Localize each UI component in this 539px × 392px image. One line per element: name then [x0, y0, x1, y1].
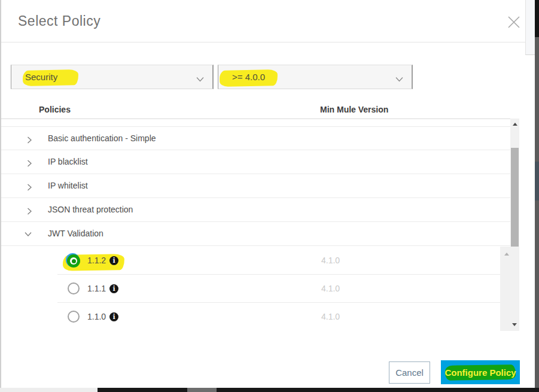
header-divider	[0, 42, 535, 42]
policy-row[interactable]: IP whitelist	[0, 174, 510, 198]
close-button[interactable]	[505, 14, 522, 31]
chevron-right-icon[interactable]	[26, 206, 33, 214]
min-mule-version-value: 4.1.0	[321, 303, 340, 330]
scroll-up-icon[interactable]	[513, 123, 517, 126]
horizontal-scrollbar-thumb[interactable]	[187, 388, 217, 392]
modal-left-border	[0, 0, 1, 388]
min-mule-version-value: 4.1.0	[321, 275, 340, 302]
version-radio-button[interactable]	[68, 282, 80, 294]
version-label: 1.1.1	[87, 275, 106, 302]
policy-name: Basic authentication - Simple	[48, 127, 156, 150]
horizontal-scrollbar[interactable]	[0, 388, 539, 392]
window-scrollbar-top	[535, 0, 539, 37]
version-radio-button[interactable]	[68, 311, 80, 323]
outer-scrollbar-thumb[interactable]	[511, 148, 519, 247]
cancel-button[interactable]: Cancel	[389, 361, 430, 384]
info-icon[interactable]: i	[109, 284, 118, 293]
chevron-right-icon[interactable]	[26, 159, 33, 166]
cancel-button-label: Cancel	[395, 367, 424, 378]
policy-name: IP whitelist	[48, 174, 88, 197]
policy-name: JWT Validation	[48, 222, 103, 245]
scroll-down-icon[interactable]	[512, 323, 517, 326]
policy-row[interactable]: JSON threat protection	[0, 198, 510, 222]
configure-policy-button-label: Configure Policy	[444, 367, 516, 378]
category-select-value: Security	[25, 72, 57, 82]
page-background-strip	[525, 0, 535, 55]
min-mule-version-value: 4.1.0	[321, 247, 340, 274]
policy-version-row[interactable]: 1.1.0 i 4.1.0	[0, 303, 519, 331]
policy-name: IP blacklist	[48, 150, 88, 174]
versions-panel: 1.1.2 i 4.1.0 1.1.1 i 4.1.0 1.1.0 i 4.1.…	[0, 247, 519, 331]
chevron-down-icon	[196, 74, 204, 84]
version-label: 1.1.0	[87, 303, 106, 330]
version-select-value: >= 4.0.0	[232, 72, 265, 82]
version-radio-button-selected[interactable]	[66, 253, 80, 268]
chevron-down-icon	[395, 74, 403, 84]
table-header-divider	[0, 118, 519, 119]
info-icon[interactable]: i	[109, 256, 118, 265]
policy-name: JSON threat protection	[48, 198, 133, 221]
chevron-down-icon[interactable]	[26, 230, 33, 238]
column-header-min-mule-version: Min Mule Version	[320, 105, 388, 114]
select-policy-modal: Select Policy Security >= 4.0.0 Policies…	[0, 0, 539, 392]
policy-row[interactable]: JWT Validation	[0, 222, 510, 246]
window-scrollbar[interactable]	[535, 0, 539, 388]
chevron-right-icon[interactable]	[26, 135, 33, 142]
policy-version-row[interactable]: 1.1.1 i 4.1.0	[0, 275, 519, 303]
policy-row[interactable]: Basic authentication - Simple	[0, 126, 510, 150]
policy-row[interactable]: IP blacklist	[0, 150, 510, 174]
policy-list: Basic authentication - Simple IP blackli…	[0, 126, 510, 246]
policy-version-row[interactable]: 1.1.2 i 4.1.0	[0, 247, 519, 275]
version-select[interactable]: >= 4.0.0	[218, 65, 413, 89]
category-select[interactable]: Security	[11, 65, 214, 89]
modal-title: Select Policy	[18, 13, 101, 29]
column-header-policies: Policies	[39, 105, 71, 114]
chevron-right-icon[interactable]	[26, 183, 33, 190]
close-icon	[505, 22, 522, 32]
window-scrollbar-thumb[interactable]	[535, 162, 539, 200]
configure-policy-button[interactable]: Configure Policy	[441, 360, 520, 384]
scroll-up-icon[interactable]	[504, 253, 509, 256]
horizontal-scrollbar-track	[0, 388, 98, 392]
inner-scrollbar-track[interactable]	[500, 247, 519, 331]
info-icon[interactable]: i	[109, 312, 118, 321]
version-label: 1.1.2	[87, 247, 106, 274]
